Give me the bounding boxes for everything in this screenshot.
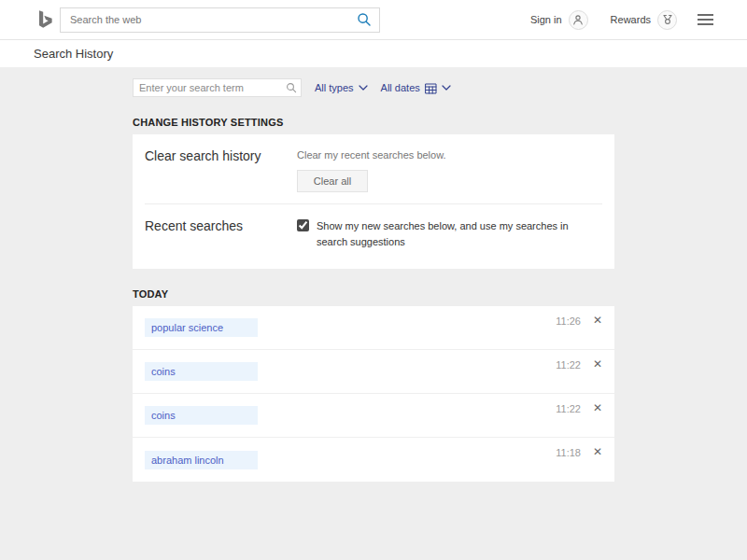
recent-searches-row: Recent searches Show my new searches bel…: [133, 204, 614, 269]
page-header: Search History: [0, 40, 747, 67]
clear-history-row: Clear search history Clear my recent sea…: [133, 134, 614, 203]
medal-icon: [662, 14, 673, 25]
history-search-input[interactable]: [134, 82, 286, 93]
web-search-button[interactable]: [349, 8, 379, 32]
calendar-icon: [425, 82, 437, 94]
history-item-row: popular science 11:26 ✕: [133, 306, 614, 350]
type-filter-label: All types: [315, 82, 354, 93]
web-search-box: [60, 7, 380, 33]
sign-in-link[interactable]: Sign in: [530, 14, 562, 25]
history-query-link[interactable]: popular science: [145, 318, 258, 337]
clear-all-button[interactable]: Clear all: [297, 170, 368, 192]
close-icon[interactable]: ✕: [593, 357, 602, 371]
history-time: 11:22: [556, 359, 581, 371]
type-filter-dropdown[interactable]: All types: [315, 82, 368, 93]
page-title: Search History: [34, 47, 113, 61]
clear-history-label: Clear search history: [145, 147, 297, 192]
show-searches-checkbox-label[interactable]: Show my new searches below, and use my s…: [317, 218, 574, 249]
rewards-icon[interactable]: [657, 10, 677, 30]
history-item-row: abraham lincoln 11:18 ✕: [133, 438, 614, 482]
close-icon[interactable]: ✕: [593, 314, 602, 327]
history-search-box: [133, 78, 302, 97]
hamburger-menu-icon[interactable]: [698, 14, 713, 25]
history-time: 11:26: [556, 315, 581, 327]
show-searches-checkbox[interactable]: [297, 219, 309, 231]
close-icon[interactable]: ✕: [593, 401, 602, 414]
settings-card: Clear search history Clear my recent sea…: [133, 134, 614, 269]
history-query-link[interactable]: coins: [145, 362, 258, 381]
main-area: All types All dates CHANGE HISTORY SETTI…: [0, 67, 747, 482]
clear-history-description: Clear my recent searches below.: [297, 149, 602, 161]
history-card: popular science 11:26 ✕ coins 11:22 ✕ co…: [133, 306, 614, 482]
person-icon: [572, 14, 584, 25]
top-bar-right: Sign in Rewards: [530, 10, 713, 30]
history-item-row: coins 11:22 ✕: [133, 350, 614, 394]
web-search-input[interactable]: [61, 14, 349, 25]
history-time: 11:22: [556, 403, 581, 414]
profile-icon[interactable]: [569, 10, 588, 30]
today-section-title: TODAY: [133, 288, 614, 300]
close-icon[interactable]: ✕: [593, 445, 602, 458]
magnifier-icon: [357, 12, 372, 27]
search-icon: [286, 82, 297, 93]
history-item-row: coins 11:22 ✕: [133, 394, 614, 438]
rewards-link[interactable]: Rewards: [611, 14, 651, 25]
history-filter-bar: All types All dates: [133, 78, 614, 97]
history-time: 11:18: [556, 447, 581, 458]
top-bar: Sign in Rewards: [0, 0, 747, 40]
chevron-down-icon: [359, 85, 368, 91]
history-query-link[interactable]: coins: [145, 406, 258, 425]
date-filter-dropdown[interactable]: All dates: [381, 82, 451, 94]
recent-searches-label: Recent searches: [145, 217, 297, 258]
chevron-down-icon: [442, 85, 451, 91]
settings-section-title: CHANGE HISTORY SETTINGS: [133, 117, 614, 128]
history-query-link[interactable]: abraham lincoln: [145, 451, 258, 469]
date-filter-label: All dates: [381, 82, 420, 93]
bing-logo-icon[interactable]: [34, 7, 56, 32]
